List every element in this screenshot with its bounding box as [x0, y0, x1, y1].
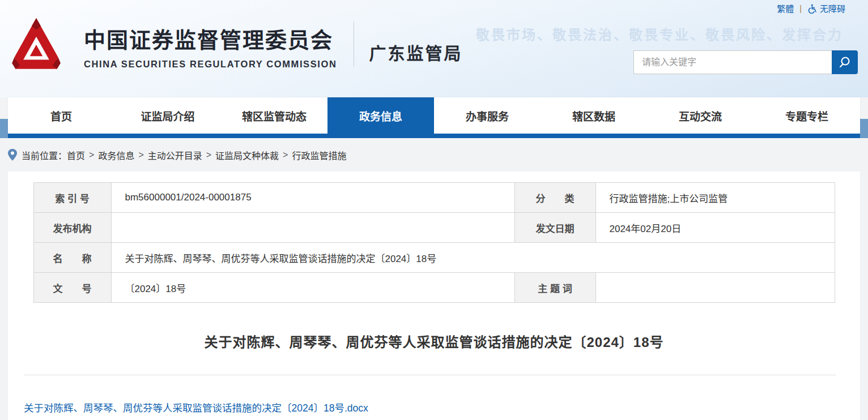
title-divider	[24, 375, 836, 375]
table-row: 文 号 〔2024〕18号 主 题 词	[33, 273, 835, 303]
breadcrumb-doc-type[interactable]: 证监局文种体裁	[215, 148, 279, 162]
nav-item-home[interactable]: 首页	[8, 97, 114, 134]
breadcrumb-prefix: 当前位置：	[22, 148, 67, 162]
accessibility-link[interactable]: 无障碍	[807, 2, 845, 14]
table-row: 索 引 号 bm56000001/2024-00001875 分 类 行政监管措…	[33, 183, 835, 213]
site-header: 繁體 | 无障碍	[0, 0, 868, 97]
article-title: 关于对陈辉、周琴琴、周优芬等人采取监管谈话措施的决定〔2024〕18号	[8, 331, 860, 351]
category-label: 分 类	[514, 183, 595, 213]
brand-divider	[354, 22, 354, 67]
location-pin-icon	[8, 149, 17, 161]
nav-item-services[interactable]: 办事服务	[434, 97, 541, 134]
issue-date-value: 2024年02月20日	[595, 213, 835, 243]
attachment-row: 关于对陈辉、周琴琴、周优芬等人采取监管谈话措施的决定〔2024〕18号.docx	[24, 400, 860, 414]
search-icon	[838, 55, 852, 69]
utility-separator: |	[799, 4, 802, 13]
nav-item-regional-news[interactable]: 辖区监管动态	[221, 97, 327, 134]
csrc-logo-icon	[7, 17, 66, 77]
org-name-block: 中国证券监督管理委员会 CHINA SECURITIES REGULATORY …	[84, 23, 337, 70]
breadcrumb-home[interactable]: 首页	[67, 148, 85, 162]
nav-item-special-columns[interactable]: 专题专栏	[754, 97, 860, 134]
index-number-label: 索 引 号	[33, 183, 111, 213]
main-nav: 首页 证监局介绍 辖区监管动态 政务信息 办事服务 辖区数据 互动交流 专题专栏	[0, 97, 868, 138]
subject-words-value	[595, 273, 835, 303]
breadcrumb-separator: >	[89, 150, 94, 160]
slogan-watermark: 敬畏市场、敬畏法治、敬畏专业、敬畏风险、发挥合力	[476, 24, 843, 44]
breadcrumb-separator: >	[138, 150, 143, 160]
issuing-org-value	[111, 213, 514, 243]
content-panel: 索 引 号 bm56000001/2024-00001875 分 类 行政监管措…	[8, 172, 860, 420]
nav-item-gov-info[interactable]: 政务信息	[327, 97, 434, 134]
breadcrumb-separator: >	[283, 150, 288, 160]
category-value: 行政监管措施;上市公司监管	[595, 183, 835, 213]
utility-bar: 繁體 | 无障碍	[777, 2, 845, 14]
site-search	[633, 50, 858, 74]
table-row: 名 称 关于对陈辉、周琴琴、周优芬等人采取监管谈话措施的决定〔2024〕18号	[33, 243, 835, 273]
index-number-value: bm56000001/2024-00001875	[111, 183, 514, 213]
issue-date-label: 发文日期	[514, 213, 595, 243]
breadcrumb: 当前位置： 首页 > 政务信息 > 主动公开目录 > 证监局文种体裁 > 行政监…	[0, 138, 868, 172]
breadcrumb-separator: >	[206, 150, 211, 160]
subject-words-label: 主 题 词	[514, 273, 595, 303]
nav-item-bureau-intro[interactable]: 证监局介绍	[114, 97, 221, 134]
doc-name-value: 关于对陈辉、周琴琴、周优芬等人采取监管谈话措施的决定〔2024〕18号	[111, 243, 835, 273]
brand-block: 中国证券监督管理委员会 CHINA SECURITIES REGULATORY …	[7, 17, 462, 77]
table-row: 发布机构 发文日期 2024年02月20日	[33, 213, 835, 243]
doc-name-label: 名 称	[33, 243, 111, 273]
bureau-name: 广东监管局	[369, 40, 462, 65]
accessibility-label: 无障碍	[820, 2, 845, 14]
doc-number-value: 〔2024〕18号	[111, 273, 514, 303]
breadcrumb-open-catalog[interactable]: 主动公开目录	[148, 148, 202, 162]
org-name-en: CHINA SECURITIES REGULATORY COMMISSION	[84, 59, 337, 70]
wheelchair-icon	[807, 3, 818, 14]
attachment-docx-link[interactable]: 关于对陈辉、周琴琴、周优芬等人采取监管谈话措施的决定〔2024〕18号.docx	[24, 402, 368, 414]
org-name-cn: 中国证券监督管理委员会	[84, 23, 337, 54]
search-button[interactable]	[832, 50, 858, 74]
doc-number-label: 文 号	[33, 273, 111, 303]
nav-item-interaction[interactable]: 互动交流	[647, 97, 754, 134]
nav-item-regional-data[interactable]: 辖区数据	[541, 97, 647, 134]
search-input[interactable]	[633, 50, 832, 74]
nav-bottom-strip	[8, 134, 860, 138]
traditional-chinese-link[interactable]: 繁體	[777, 2, 794, 14]
issuing-org-label: 发布机构	[33, 213, 111, 243]
nav-bar: 首页 证监局介绍 辖区监管动态 政务信息 办事服务 辖区数据 互动交流 专题专栏	[8, 97, 860, 134]
document-meta-table: 索 引 号 bm56000001/2024-00001875 分 类 行政监管措…	[33, 182, 835, 303]
breadcrumb-gov-info[interactable]: 政务信息	[98, 148, 134, 162]
breadcrumb-current-page[interactable]: 行政监管措施	[292, 148, 346, 162]
